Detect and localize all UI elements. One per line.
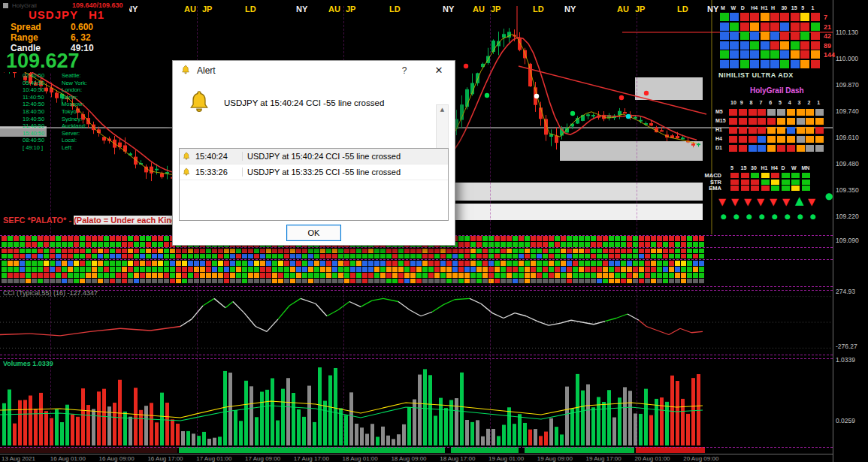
alert-row[interactable]: 15:40:24USDJPY at 15:40:24 CCI -55 line … — [180, 149, 448, 165]
adx-title: NIHILIST ULTRA ADX — [718, 71, 794, 79]
adx-cell — [750, 41, 759, 50]
hg-col-header: 8 — [750, 100, 753, 105]
signal-col-header: 15 — [741, 165, 747, 171]
scroll-up-icon[interactable]: ▲ — [437, 105, 448, 114]
down-arrow-icon: ▼ — [782, 196, 790, 207]
spread-label: Spread — [11, 22, 41, 32]
hg-cell — [806, 127, 814, 134]
alert-history-list[interactable]: 15:40:24USDJPY at 15:40:24 CCI -55 line … — [179, 148, 449, 221]
clock-row: [ 49:10 ]Left: — [23, 144, 44, 152]
clock-time: 05:40:50 — [23, 80, 44, 86]
adx-cell — [770, 23, 779, 31]
alert-dialog: Alert ? ✕ USDJPY at 15:40:24 CCI -55 lin… — [172, 60, 455, 246]
status-dot-icon: ● — [797, 213, 803, 220]
signal-cell — [761, 173, 770, 178]
adx-cell — [791, 13, 800, 21]
alert-message-text: USDJPY at 15:40:24 CCI -55 line crossed — [224, 98, 384, 107]
signal-cell — [802, 186, 810, 191]
hg-row-label: M15 — [715, 118, 726, 123]
help-icon[interactable]: ? — [399, 65, 410, 76]
session-label: JP — [491, 5, 501, 14]
fib-number: 7 — [824, 14, 827, 21]
signal-cell — [782, 173, 790, 178]
hg-cell — [777, 136, 785, 143]
clock-city: Tokyo: — [62, 108, 78, 115]
clock-time: 11:40:50 — [23, 94, 44, 101]
adx-cell — [800, 41, 809, 50]
volume-indicator — [0, 358, 833, 447]
adx-cell — [761, 41, 770, 50]
time-label: 19 Aug 09:00 — [537, 455, 573, 462]
time-label: 18 Aug 01:00 — [343, 455, 378, 462]
hg-cell — [787, 127, 795, 134]
signal-dot — [644, 91, 649, 95]
adx-cell — [780, 32, 789, 40]
signal-cell — [771, 173, 779, 178]
clock-city: Server: — [62, 130, 80, 137]
time-label: 20 Aug 09:00 — [683, 455, 718, 462]
adx-cell — [811, 32, 820, 40]
adx-cell — [720, 13, 729, 21]
adx-cell — [770, 50, 779, 59]
adx-cell — [740, 60, 749, 68]
fib-number: 89 — [824, 42, 831, 50]
adx-cell — [761, 13, 770, 21]
dialog-titlebar[interactable]: Alert ? ✕ — [173, 61, 455, 80]
symbol-label: USDJPY — [29, 8, 78, 21]
hg-cell — [806, 109, 814, 116]
signal-cell — [791, 180, 800, 185]
status-dot-icon: ● — [759, 213, 765, 220]
adx-col-header: D — [741, 5, 745, 11]
hg-cell — [739, 145, 747, 152]
alert-time: 15:40:24 — [195, 152, 242, 161]
adx-cell — [740, 50, 749, 59]
fib-number: 144 — [824, 51, 835, 59]
adx-cell — [800, 50, 809, 59]
hg-col-header: 2 — [807, 100, 810, 105]
adx-cell — [720, 60, 729, 68]
fib-number: 21 — [824, 23, 831, 31]
bell-icon — [180, 65, 191, 77]
adx-cell — [740, 13, 749, 21]
adx-cell — [780, 60, 789, 68]
cci-label: CCI (Typical,55) (16) -127.4347 — [3, 289, 98, 297]
clock-row: 11:40:50Berlin: — [23, 94, 44, 101]
price-label: -276.27 — [836, 343, 857, 350]
price-label: 1.0339 — [836, 356, 855, 364]
hg-cell — [797, 136, 805, 143]
hg-col-header: 10 — [730, 100, 736, 105]
signal-cell — [730, 186, 739, 191]
close-icon[interactable]: ✕ — [432, 65, 446, 76]
hg-row-label: M5 — [715, 109, 723, 114]
signal-dot — [619, 95, 624, 100]
ok-button[interactable]: OK — [286, 225, 341, 241]
trading-terminal: NYAUJPLDNYAUJPLDNYAUJPLDNYAUJPLDNY HolyG… — [0, 0, 868, 462]
signal-col-header: 30 — [751, 165, 757, 171]
signal-cell — [751, 173, 759, 178]
dialog-title: Alert — [197, 65, 216, 76]
down-arrow-icon: ▼ — [731, 196, 739, 207]
adx-cell — [770, 32, 779, 40]
adx-cell — [720, 50, 729, 59]
alert-row[interactable]: 15:33:26USDJPY at 15:33:25 CCI -55 line … — [180, 165, 448, 180]
down-arrow-icon: ▼ — [744, 196, 752, 207]
signal-cell — [761, 180, 770, 185]
adx-cell — [800, 13, 809, 21]
hg-cell — [815, 136, 824, 143]
hg-col-header: 9 — [740, 100, 743, 105]
adx-cell — [811, 41, 820, 50]
adx-cell — [740, 32, 749, 40]
time-axis[interactable]: 13 Aug 202116 Aug 01:0016 Aug 09:0016 Au… — [0, 454, 833, 462]
clock-time: 08:40:50 — [23, 137, 44, 143]
range-label: Range — [11, 32, 38, 43]
signal-col-header: MN — [802, 165, 810, 171]
time-label: 19 Aug 17:00 — [586, 455, 622, 462]
signal-dot — [534, 94, 539, 98]
session-label: JP — [202, 5, 212, 14]
clock-time: 02:40:50 — [23, 72, 44, 79]
adx-col-header: H — [771, 5, 775, 11]
adx-cell — [761, 50, 770, 59]
clock-row: 12:40:50Moscow: — [23, 101, 44, 108]
cci-indicator — [0, 288, 833, 358]
hg-cell — [767, 127, 776, 134]
